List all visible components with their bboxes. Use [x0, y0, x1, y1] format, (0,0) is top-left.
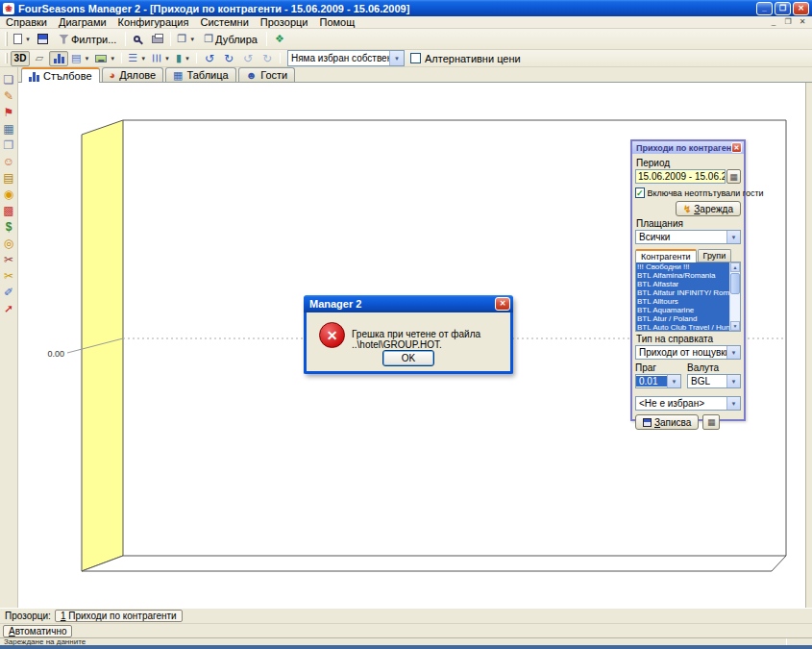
cut-deny-icon[interactable]: ✂ — [1, 251, 17, 267]
list-item[interactable]: BTL Aquamarine — [636, 306, 729, 314]
payments-select[interactable]: Всички ▼ — [635, 230, 741, 244]
horizontal-grid-button[interactable]: ☰ ▼ — [125, 51, 149, 66]
vertical-grid-button[interactable]: ☰ ▼ — [149, 51, 173, 66]
calendar-button[interactable]: ▦ — [726, 169, 741, 184]
dialog-close-button[interactable]: ✕ — [495, 297, 510, 311]
minimize-button[interactable]: _ — [756, 2, 773, 15]
mdi-restore-button[interactable]: ❐ — [782, 16, 794, 28]
report-type-select[interactable]: Приходи от нощувки ▼ — [635, 345, 741, 360]
menu-sistemni[interactable]: Системни — [194, 16, 254, 29]
list-item[interactable]: BTL Auto Club Travel / Hunga — [636, 323, 729, 331]
panel-close-button[interactable]: ✕ — [731, 142, 742, 153]
include-guests-checkbox[interactable]: ✓ — [635, 187, 645, 198]
combo-arrow-button[interactable]: ▼ — [726, 397, 740, 410]
edit-report-icon[interactable]: ✎ — [1, 87, 17, 104]
ok-button[interactable]: OK — [382, 350, 434, 366]
occupancy-table-icon[interactable]: ▩ — [1, 202, 17, 218]
tab-contractors[interactable]: Контрагенти — [635, 249, 697, 262]
chevron-down-icon[interactable]: ▼ — [110, 56, 115, 62]
marks-button[interactable]: ▬ ▼ — [92, 51, 118, 66]
copy-button[interactable]: ❐ ▼ — [174, 31, 198, 48]
list-item[interactable]: BTL Alfatur INFINITY/ Romani — [636, 288, 729, 297]
combo-arrow-button[interactable]: ▼ — [667, 375, 680, 387]
chart-shape-button[interactable]: ▱ — [30, 51, 49, 66]
close-button[interactable]: ✕ — [793, 2, 809, 15]
tab-shares[interactable]: ◕ Дялове — [102, 67, 164, 82]
list-item[interactable]: BTL Atur / Poland — [636, 314, 729, 323]
panel-title-bar[interactable]: Приходи по контрагенти ✕ — [632, 141, 744, 154]
list-item[interactable]: BTL Alfamina/Romania — [636, 271, 729, 280]
duplicate-button[interactable]: ❐ Дублира — [198, 31, 263, 48]
folder-report-icon[interactable]: ▤ — [1, 169, 17, 186]
rotate-cw-button[interactable]: ↻ — [219, 51, 238, 66]
scrollbar-thumb[interactable] — [730, 273, 740, 294]
dialog-title-bar[interactable]: Manager 2 ✕ — [304, 295, 513, 312]
restore-button[interactable]: ❐ — [775, 2, 791, 15]
menu-prozorci[interactable]: Прозорци — [255, 16, 314, 29]
list-scrollbar[interactable]: ▲ ▼ — [729, 262, 740, 331]
toolbar-grip[interactable] — [5, 53, 8, 64]
growth-icon[interactable]: ➚ — [1, 300, 17, 316]
export-button[interactable]: ❖ — [270, 31, 289, 48]
guests-report-icon[interactable]: ☺ — [1, 153, 17, 169]
combo-arrow-button[interactable]: ▼ — [726, 375, 740, 387]
new-report-button[interactable]: ▼ — [11, 31, 34, 48]
depth-button[interactable]: ▮ ▼ — [173, 51, 193, 66]
chevron-down-icon[interactable]: ▼ — [189, 37, 195, 42]
right-splitter-strip[interactable] — [805, 83, 812, 608]
currency-select[interactable]: BGL ▼ — [687, 374, 741, 388]
list-item[interactable]: BTL Alfastar — [636, 280, 729, 288]
menu-spravki[interactable]: Справки — [0, 16, 53, 29]
owner-select[interactable]: Няма избран собственици ▼ — [287, 50, 405, 66]
3d-toggle-button[interactable]: 3D — [11, 51, 30, 66]
template-select[interactable]: <Не е избран> ▼ — [635, 396, 741, 411]
save-template-button[interactable]: Записва — [635, 414, 699, 430]
chevron-down-icon[interactable]: ▼ — [25, 37, 31, 42]
print-preview-button[interactable] — [129, 31, 148, 48]
tab-columns[interactable]: Стълбове — [21, 67, 100, 83]
flag-report-icon[interactable]: ⚑ — [1, 104, 17, 120]
combo-arrow-button[interactable]: ▼ — [726, 346, 740, 359]
note-icon[interactable]: ✐ — [1, 284, 17, 300]
calendar-icon[interactable]: ▦ — [1, 120, 17, 137]
coins-icon[interactable]: ◉ — [1, 186, 17, 202]
mdi-close-button[interactable]: ✕ — [797, 16, 808, 28]
rotate-ccw-button[interactable]: ↺ — [200, 51, 219, 66]
cut-coin-icon[interactable]: ✂ — [1, 267, 17, 284]
payments-icon[interactable]: ◎ — [1, 235, 17, 251]
cascade-windows-icon[interactable]: ❏ — [1, 71, 17, 87]
menu-konfiguracia[interactable]: Конфигурация — [112, 16, 195, 29]
template-grid-button[interactable]: ▦ — [702, 414, 720, 430]
menu-pomosht[interactable]: Помощ — [313, 16, 360, 29]
scroll-up-icon[interactable]: ▲ — [730, 262, 740, 272]
list-item[interactable]: !!! Свободни !!! — [636, 262, 729, 271]
chevron-down-icon[interactable]: ▼ — [185, 56, 190, 62]
scroll-down-icon[interactable]: ▼ — [730, 321, 740, 331]
chevron-down-icon[interactable]: ▼ — [164, 56, 170, 62]
revenue-icon[interactable]: $ — [1, 218, 17, 235]
alt-prices-checkbox[interactable] — [410, 53, 421, 63]
print-button[interactable] — [148, 31, 167, 48]
chevron-down-icon[interactable]: ▼ — [140, 56, 146, 62]
list-item[interactable]: BTL Alltours — [636, 297, 729, 306]
combo-arrow-button[interactable]: ▼ — [726, 231, 740, 243]
filters-button[interactable]: Филтри... — [53, 31, 122, 48]
automatic-button[interactable]: Автоматично — [3, 625, 72, 637]
toolbar-grip[interactable] — [5, 32, 8, 46]
tab-guests[interactable]: ☻ Гости — [238, 67, 296, 82]
threshold-value: 0.01 — [636, 376, 667, 387]
save-button[interactable] — [34, 31, 53, 48]
copy-windows-icon[interactable]: ❐ — [1, 137, 17, 153]
period-field[interactable]: 15.06.2009 - 15.06.2009 — [635, 169, 726, 184]
tab-table[interactable]: ▦ Таблица — [165, 67, 236, 82]
series-bars-button[interactable] — [49, 51, 68, 66]
load-button[interactable]: ↯ Зарежда — [676, 201, 741, 216]
combo-arrow-button[interactable]: ▼ — [389, 51, 404, 65]
tab-groups[interactable]: Групи — [698, 249, 732, 262]
legend-button[interactable]: ▤ ▼ — [68, 51, 92, 66]
open-window-button[interactable]: 1 Приходи по контрагенти — [55, 610, 183, 622]
mdi-minimize-button[interactable]: _ — [768, 16, 779, 28]
chevron-down-icon[interactable]: ▼ — [84, 56, 89, 62]
menu-diagrami[interactable]: Диаграми — [53, 16, 112, 29]
threshold-select[interactable]: 0.01 ▼ — [635, 374, 681, 388]
